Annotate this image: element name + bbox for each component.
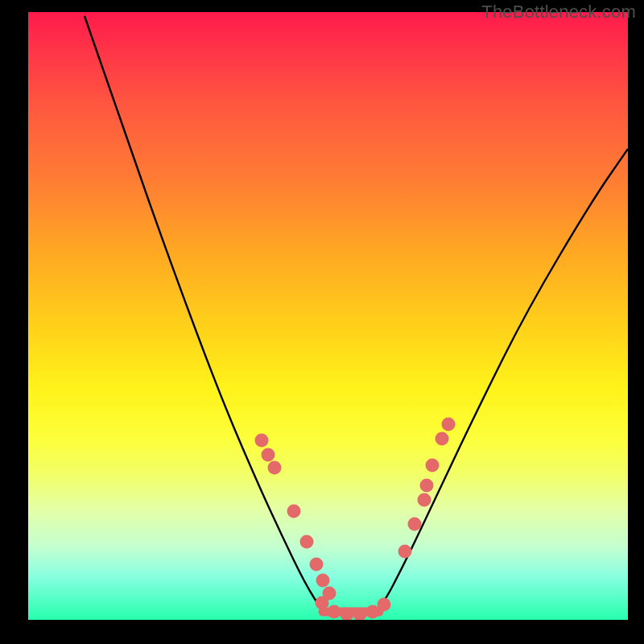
marker-dot <box>436 432 449 446</box>
marker-dot <box>408 518 422 531</box>
marker-dot <box>287 505 301 518</box>
marker-dot <box>255 434 269 448</box>
marker-dot <box>316 597 329 610</box>
marker-dot <box>366 605 380 619</box>
marker-dot <box>310 558 324 572</box>
marker-dot <box>426 459 440 473</box>
marker-dot <box>268 461 282 475</box>
marker-dot <box>262 448 275 462</box>
watermark-text: TheBottleneck.com <box>481 2 636 23</box>
bottleneck-curve <box>85 16 628 614</box>
marker-dot <box>328 605 341 619</box>
chart-svg <box>28 12 628 620</box>
plot-area <box>28 12 628 620</box>
marker-dot <box>316 574 330 588</box>
marker-dot <box>378 598 391 612</box>
marker-dot <box>442 418 456 431</box>
marker-dot <box>398 545 412 559</box>
marker-dot <box>300 535 314 549</box>
chart-frame: TheBottleneck.com <box>0 0 644 644</box>
marker-dot <box>418 493 431 507</box>
marker-dot <box>420 479 434 493</box>
